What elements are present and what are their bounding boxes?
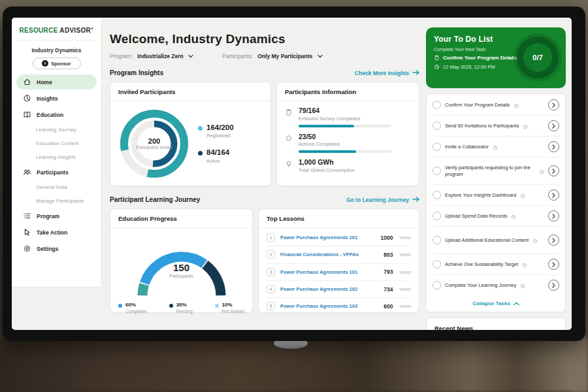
- task-label: Confirm Your Program Details: [445, 102, 510, 108]
- lesson-title-link[interactable]: Power Purchase Agreements 101: [280, 235, 376, 240]
- todo-progress-value: 0/7: [532, 54, 543, 61]
- task-go-button[interactable]: [548, 141, 559, 152]
- sidebar-item[interactable]: Settings: [16, 241, 97, 256]
- sidebar-item[interactable]: Participants: [16, 165, 97, 180]
- todo-progress-ring: 0/7: [517, 37, 559, 78]
- lesson-views-count: 1000: [381, 235, 393, 241]
- task-checkbox[interactable]: [433, 281, 441, 289]
- clock-icon: [539, 165, 544, 177]
- invited-donut-chart: 200 Participants Invited: [116, 105, 193, 182]
- legend-label: Pending: [176, 309, 193, 314]
- participants-filter[interactable]: Participants: Only My Participants: [222, 53, 323, 59]
- lesson-row: 5 Power Purchase Agreements 103 600 view…: [267, 298, 411, 314]
- task-checkbox[interactable]: [433, 260, 441, 269]
- invited-participants-card: Invited Participants 200: [110, 82, 271, 186]
- legend-value: 164/200: [206, 124, 234, 132]
- legend-item: 10% Not Started: [215, 302, 244, 314]
- education-card-title: Education Progress: [110, 209, 252, 228]
- sidebar-item-label: Learning Insights: [36, 154, 76, 160]
- check-more-insights-link[interactable]: Check More Insights: [355, 70, 419, 76]
- arrow-right-icon: [412, 70, 419, 76]
- task-checkbox[interactable]: [433, 236, 441, 244]
- sidebar-item[interactable]: Insights: [16, 91, 97, 106]
- logo-resource: RESOURCE: [20, 27, 58, 34]
- lessons-card-title: Top Lessons: [259, 209, 419, 228]
- logo-plus: +: [91, 26, 93, 31]
- task-checkbox[interactable]: [433, 167, 441, 175]
- lesson-row: 2 Financial Considerations - VPPAs 803 v…: [267, 246, 411, 263]
- collapse-tasks-link[interactable]: Collapse Tasks: [433, 295, 559, 311]
- todo-summary-card: Your To Do List Complete Your Next Task:…: [426, 27, 566, 88]
- task-label: Complete Your Learning Journey: [445, 282, 516, 289]
- sidebar-item[interactable]: Learning Insights: [16, 151, 97, 163]
- task-label: Verify participants requesting to join t…: [445, 165, 535, 178]
- lesson-title-link[interactable]: Financial Considerations - VPPAs: [280, 252, 378, 257]
- sponsor-badge: Sponsor: [33, 57, 81, 69]
- program-insights-title: Program Insights: [110, 69, 163, 76]
- lesson-title-link[interactable]: Power Purchase Agreements 103: [280, 303, 378, 309]
- sidebar-item[interactable]: General Data: [16, 181, 97, 193]
- lesson-title-link[interactable]: Power Purchase Agreements 102: [280, 286, 378, 292]
- task-checkbox[interactable]: [433, 212, 441, 220]
- program-filter[interactable]: Program: Industrialize Zero: [110, 53, 193, 59]
- clipboard-icon: [434, 55, 440, 61]
- info-label: Total Global Consumption: [299, 167, 355, 173]
- todo-due-date: 12 May 2025, 12:00 PM: [443, 64, 495, 70]
- todo-next-task: Confirm Your Program Details: [443, 55, 517, 61]
- info-label: Actions Completed: [299, 141, 391, 147]
- sidebar-item[interactable]: Home: [16, 74, 97, 90]
- task-checkbox[interactable]: [433, 101, 441, 109]
- task-checkbox[interactable]: [433, 191, 441, 199]
- task-go-button[interactable]: [548, 210, 559, 221]
- education-icon: [23, 110, 31, 119]
- sidebar-item-label: Program: [37, 213, 59, 220]
- clock-icon: [434, 64, 440, 70]
- recent-news-card: Recent News: [426, 318, 566, 330]
- legend-label: Completed: [125, 309, 147, 314]
- sidebar-item[interactable]: Take Action: [16, 225, 97, 240]
- task-row: Upload Additional Educational Content: [433, 227, 559, 254]
- go-to-learning-journey-link[interactable]: Go to Learning Journey: [346, 197, 419, 203]
- lesson-rank-badge: 5: [267, 302, 275, 310]
- legend-label: Registered: [206, 133, 234, 139]
- task-checkbox[interactable]: [433, 142, 441, 151]
- lesson-row: 1 Power Purchase Agreements 101 1000 vie…: [267, 229, 411, 246]
- top-lessons-card: Top Lessons 1 Power Purchase Agreements …: [258, 208, 419, 313]
- sidebar-item[interactable]: Education: [16, 107, 97, 122]
- sidebar-item[interactable]: Education Content: [16, 137, 97, 150]
- info-card-title: Participants Information: [277, 82, 419, 101]
- task-go-button[interactable]: [548, 259, 559, 270]
- task-checkbox[interactable]: [433, 122, 441, 130]
- todo-panel: Your To Do List Complete Your Next Task:…: [426, 27, 566, 330]
- task-go-button[interactable]: [548, 99, 559, 110]
- legend-item: 60% Completed: [118, 302, 147, 314]
- task-go-button[interactable]: [548, 120, 559, 131]
- sidebar-item[interactable]: Program: [16, 208, 97, 223]
- task-go-button[interactable]: [548, 165, 559, 176]
- logo-advisor: ADVISOR: [59, 27, 91, 34]
- actions-icon: [285, 133, 293, 154]
- learning-journey-header: Participant Learning Journey Go to Learn…: [110, 196, 419, 203]
- sidebar-item-label: Learning Journey: [36, 127, 76, 133]
- task-go-button[interactable]: [548, 189, 559, 201]
- sidebar-item-label: Education: [37, 112, 63, 118]
- participants-filter-value: Only My Participants: [257, 53, 312, 59]
- info-value: 79/164: [299, 107, 391, 115]
- education-progress-card: Education Progress 150 Participants: [110, 208, 253, 313]
- legend-value: 84/164: [206, 149, 229, 157]
- task-label: Send 50 Invitations to Participants: [445, 123, 519, 129]
- task-go-button[interactable]: [548, 235, 559, 246]
- lesson-views-suffix: views: [399, 304, 411, 308]
- app-logo: RESOURCE ADVISOR+: [12, 18, 101, 41]
- sidebar-item-label: Participants: [37, 169, 69, 176]
- lesson-views-count: 600: [384, 303, 393, 310]
- recent-news-title: Recent News: [434, 325, 473, 330]
- lesson-rank-badge: 4: [267, 285, 275, 293]
- sidebar-item[interactable]: Manage Participants: [16, 195, 97, 207]
- clock-icon: [523, 120, 528, 132]
- donut-center-value: 200: [148, 137, 160, 145]
- sidebar-item[interactable]: Learning Journey: [16, 123, 97, 136]
- lesson-title-link[interactable]: Power Purchase Agreements 101: [280, 269, 378, 275]
- lesson-views-suffix: views: [399, 270, 411, 274]
- task-go-button[interactable]: [548, 280, 559, 291]
